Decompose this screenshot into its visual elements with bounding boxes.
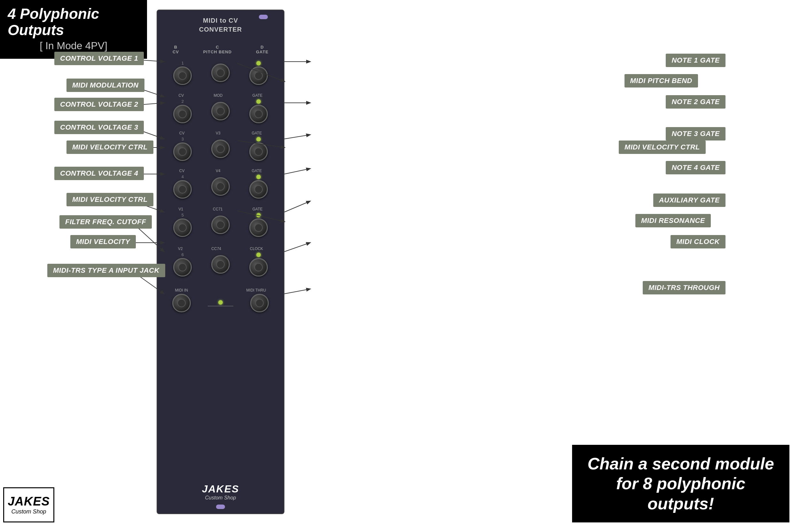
row3-labels: CV V3 GATE (157, 131, 284, 135)
label-pitch-bend: MIDI PITCH BEND (624, 74, 698, 88)
svg-line-18 (285, 243, 310, 252)
jack-6-v2 (173, 258, 192, 277)
svg-line-19 (285, 289, 310, 294)
jack-row-3: 3 (157, 137, 284, 161)
jack-3-gate (249, 142, 268, 161)
label-aux-gate: AUXILIARY GATE (653, 193, 726, 207)
logo-custom: Custom Shop (11, 508, 46, 515)
promo-block: Chain a second module for 8 polyphonic o… (572, 445, 789, 522)
label-mod: MIDI MODULATION (67, 79, 144, 92)
label-vel-ctrl-r: MIDI VELOCITY CTRL (619, 140, 706, 154)
led-2 (256, 99, 261, 104)
jack-row-6: 6 (157, 252, 284, 277)
jack-5-gate (249, 218, 268, 237)
row6-labels: V2 CC74 CLOCK (157, 247, 284, 251)
jack-midi-in (172, 294, 191, 312)
module-logo-custom: Custom Shop (202, 495, 239, 501)
jack-row-5: 5 (157, 213, 284, 237)
module-logo: JAKES Custom Shop (202, 483, 239, 501)
col-b: BCV (172, 45, 179, 54)
label-note1: NOTE 1 GATE (666, 54, 726, 67)
led-4 (256, 175, 261, 179)
label-resonance: MIDI RESONANCE (635, 214, 711, 227)
promo-text: Chain a second module for 8 polyphonic o… (582, 454, 779, 513)
svg-line-13 (285, 135, 310, 139)
label-cv4: CONTROL VOLTAGE 4 (54, 167, 144, 180)
row4-labels: CV V4 GATE (157, 169, 284, 173)
title-sub: [ In Mode 4PV] (8, 40, 139, 52)
jack-4-cv (173, 180, 192, 198)
logo-block: JAKES Custom Shop (3, 487, 54, 522)
led-6 (256, 252, 261, 257)
jack-4-gate (249, 180, 268, 198)
led-5 (256, 213, 261, 217)
led-3 (256, 137, 261, 141)
label-filter: FILTER FREQ. CUTOFF (59, 215, 152, 229)
jack-row-1: 1 (157, 61, 284, 85)
label-midi-trs: MIDI-TRS TYPE A INPUT JACK (47, 264, 165, 277)
led-bottom (216, 505, 225, 509)
jack-2-cv (173, 105, 192, 123)
jack-2-gate (249, 105, 268, 123)
module-logo-jakes: JAKES (202, 483, 239, 495)
led-1 (256, 61, 261, 65)
jack-row-4: 4 (157, 174, 284, 198)
label-midi-clock: MIDI CLOCK (671, 235, 726, 248)
jack-1-cv (173, 66, 192, 85)
jack-4-v4 (211, 177, 230, 196)
jack-6-cc74 (211, 255, 230, 274)
logo-jakes: JAKES (8, 495, 50, 508)
row2-labels: CV MOD GATE (157, 93, 284, 98)
label-cv1: CONTROL VOLTAGE 1 (54, 52, 144, 65)
jack-5-v1 (173, 218, 192, 237)
row5-labels: V1 CC71 GATE (157, 207, 284, 211)
label-vel-ctrl2: MIDI VELOCITY CTRL (67, 193, 153, 206)
label-note2: NOTE 2 GATE (666, 95, 726, 109)
svg-line-16 (285, 201, 310, 212)
led-top (259, 15, 268, 19)
label-note3: NOTE 3 GATE (666, 127, 726, 140)
jack-2-mod (211, 102, 230, 120)
svg-line-15 (285, 169, 310, 174)
label-vel: MIDI VELOCITY (70, 235, 136, 248)
jack-6-clock (249, 258, 268, 277)
title-block: 4 Polyphonic Outputs [ In Mode 4PV] (0, 0, 147, 59)
jack-3-v3 (211, 139, 230, 158)
midi-row-labels: MIDI IN MIDI THRU (157, 288, 284, 292)
led-midi (218, 300, 223, 305)
jack-3-cv (173, 142, 192, 161)
jack-row-2: 2 (157, 99, 284, 123)
label-cv3: CONTROL VOLTAGE 3 (54, 121, 144, 134)
jack-midi-thru (250, 294, 269, 312)
jack-5-cc71 (211, 215, 230, 234)
label-vel-ctrl1: MIDI VELOCITY CTRL (67, 140, 153, 154)
jack-1-gate (249, 66, 268, 85)
col-c: CPITCH BEND (203, 45, 232, 54)
label-midi-trs-thru: MIDI-TRS THROUGH (643, 281, 726, 294)
module-title: MIDI to CV CONVERTER (157, 10, 284, 34)
jack-1-pitch (211, 63, 230, 82)
midi-jack-row (157, 294, 284, 312)
title-main: 4 Polyphonic Outputs (8, 6, 139, 38)
label-cv2: CONTROL VOLTAGE 2 (54, 98, 144, 111)
module-device: MIDI to CV CONVERTER BCV CPITCH BEND DGA… (157, 10, 285, 514)
col-d: DGATE (256, 45, 269, 54)
label-note4: NOTE 4 GATE (666, 161, 726, 174)
